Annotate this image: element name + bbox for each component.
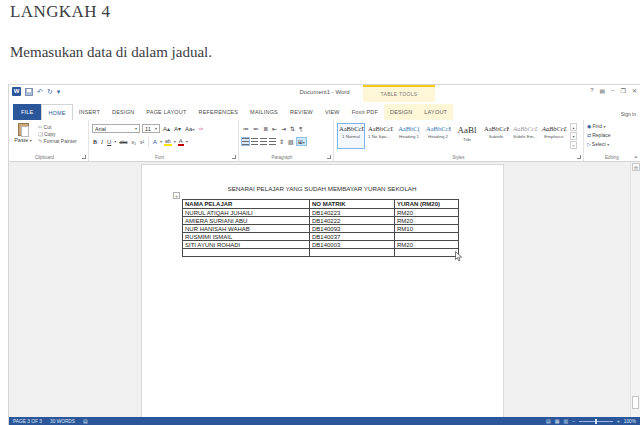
cell-yuran[interactable]: RM20 [395,241,459,249]
ribbon-display-options-icon[interactable]: ▤ [600,87,606,94]
vertical-scrollbar[interactable]: ▤ [630,162,640,418]
cell-yuran[interactable]: RM10 [395,225,459,233]
cell-yuran[interactable] [395,249,459,257]
proofing-status-icon[interactable]: ▤ [83,418,88,424]
styles-gallery-more-icon[interactable]: ▿ [570,141,577,149]
italic-button[interactable]: I [100,139,104,145]
cell-no-matrik[interactable]: DB140037 [310,233,395,241]
close-icon[interactable]: ✕ [632,87,637,94]
subscript-button[interactable]: x₂ [130,139,136,145]
cell-yuran[interactable]: RM20 [395,209,459,217]
ribbon-tab[interactable]: REFERENCES [193,104,245,120]
paste-dropdown-icon[interactable]: ▾ [30,138,32,143]
table-header-cell[interactable]: NO MATRIK [310,200,395,209]
cell-no-matrik[interactable]: DB140093 [310,225,395,233]
cell-yuran[interactable]: RM20 [395,217,459,225]
cell-nama-pelajar[interactable]: NUR HANISAH WAHAB [183,225,310,233]
clear-formatting-button[interactable]: ✑ [197,125,204,132]
ribbon-tab[interactable]: VIEW [319,104,346,120]
styles-dialog-launcher[interactable] [577,155,581,159]
ribbon-tab[interactable]: FILE [13,104,41,120]
align-left-button[interactable] [242,138,249,145]
student-fees-table[interactable]: NAMA PELAJARNO MATRIKYURAN (RM20) NURUL … [182,199,459,257]
style-card[interactable]: AaBbCcDc 1 Normal [337,123,365,149]
minimize-icon[interactable]: – [611,87,614,94]
ruler-toggle-icon[interactable]: ▤ [632,163,640,171]
format-painter-button[interactable]: ✎Format Painter [38,138,77,144]
underline-dropdown-icon[interactable]: ▾ [114,139,116,144]
shading-button[interactable]: ▨ [287,138,295,145]
clipboard-dialog-launcher[interactable] [82,155,86,159]
copy-button[interactable]: ❏Copy [38,131,77,137]
zoom-level[interactable]: 100% [624,419,636,424]
cell-no-matrik[interactable]: DB140003 [310,241,395,249]
help-icon[interactable]: ? [590,87,593,94]
style-card[interactable]: AaBbCcDi Subtle Em... [511,123,539,149]
read-mode-icon[interactable]: ▤ [546,418,551,424]
grow-font-button[interactable]: A▴ [162,125,171,132]
style-card[interactable]: AaBl Title [453,123,481,149]
replace-button[interactable]: ⇄Replace [587,131,637,140]
justify-button[interactable] [269,138,276,145]
cell-no-matrik[interactable]: DB140223 [310,209,395,217]
ribbon-tab[interactable]: DESIGN [384,104,418,120]
word-count[interactable]: 30 WORDS [50,419,75,424]
strikethrough-button[interactable]: abc [118,139,128,145]
zoom-out-icon[interactable]: – [572,419,575,424]
style-card[interactable]: AaBbCcDc 1 No Spac... [366,123,394,149]
zoom-slider[interactable] [579,421,613,422]
font-size-combo[interactable]: 11▾ [142,124,160,133]
paste-button[interactable]: Paste ▾ [12,122,34,151]
print-layout-icon[interactable]: ▦ [555,418,560,424]
change-case-button[interactable]: Aa▾ [184,126,195,132]
collapse-ribbon-icon[interactable]: ▴ [634,153,637,159]
increase-indent-button[interactable]: ⇥ [280,125,287,132]
style-card[interactable]: AaBbCcE Subtitle [482,123,510,149]
web-layout-icon[interactable]: ▥ [564,418,569,424]
text-effects-button[interactable]: A [152,139,158,145]
page-indicator[interactable]: PAGE 3 OF 3 [13,419,42,424]
cell-nama-pelajar[interactable]: NURUL ATIQAH JUHAILI [183,209,310,217]
show-paragraph-marks-button[interactable]: ¶ [298,126,303,132]
ribbon-tab[interactable]: DESIGN [106,104,140,120]
ribbon-tab[interactable]: PAGE LAYOUT [140,104,192,120]
line-spacing-button[interactable]: ⇕ [278,138,285,145]
ribbon-tab[interactable]: REVIEW [284,104,319,120]
find-button[interactable]: ◉Find ▾ [587,122,637,131]
document-page[interactable]: SENARAI PELAJAR YANG SUDAH MEMBAYAR YURA… [141,164,504,418]
restore-icon[interactable]: ❐ [621,87,626,94]
cell-nama-pelajar[interactable]: RUSMIMI ISMAIL [183,233,310,241]
table-header-cell[interactable]: YURAN (RM20) [395,200,459,209]
align-right-button[interactable] [260,138,267,145]
paragraph-dialog-launcher[interactable] [327,155,331,159]
ribbon-tab[interactable]: LAYOUT [418,104,453,120]
styles-scroll-down-icon[interactable]: ▾ [570,132,577,140]
sort-button[interactable]: ⇅ [289,125,296,132]
zoom-in-icon[interactable]: + [617,419,620,424]
select-button[interactable]: ▷Select ▾ [587,140,637,149]
font-color-button[interactable]: A [178,138,184,146]
scrollbar-thumb[interactable] [632,396,639,409]
cell-nama-pelajar[interactable]: AMIERA SURIANI ABU [183,217,310,225]
ribbon-tab[interactable]: INSERT [73,104,106,120]
style-card[interactable]: AaBbCcDi Emphasis [540,123,568,149]
cell-yuran[interactable] [395,233,459,241]
cell-nama-pelajar[interactable]: SITI AYUNI ROHADI [183,241,310,249]
align-center-button[interactable] [251,138,258,145]
font-dialog-launcher[interactable] [232,155,236,159]
style-card[interactable]: AaBbC( Heading 1 [395,123,423,149]
superscript-button[interactable]: x² [139,139,145,145]
ribbon-tab[interactable]: MAILINGS [244,104,284,120]
ribbon-tab[interactable]: Foxit PDF [346,104,384,120]
bullets-button[interactable]: ≔ [242,125,250,132]
shrink-font-button[interactable]: A▾ [173,125,182,132]
multilevel-list-button[interactable]: ≣ [262,125,269,132]
borders-button[interactable]: ⊞▾ [297,138,306,145]
decrease-indent-button[interactable]: ⇤ [271,125,278,132]
highlight-color-button[interactable]: ab [164,138,172,146]
underline-button[interactable]: U [106,139,112,145]
table-header-cell[interactable]: NAMA PELAJAR [183,200,310,209]
bold-button[interactable]: B [92,139,98,145]
numbering-button[interactable]: ≕ [252,125,260,132]
cell-no-matrik[interactable] [310,249,395,257]
